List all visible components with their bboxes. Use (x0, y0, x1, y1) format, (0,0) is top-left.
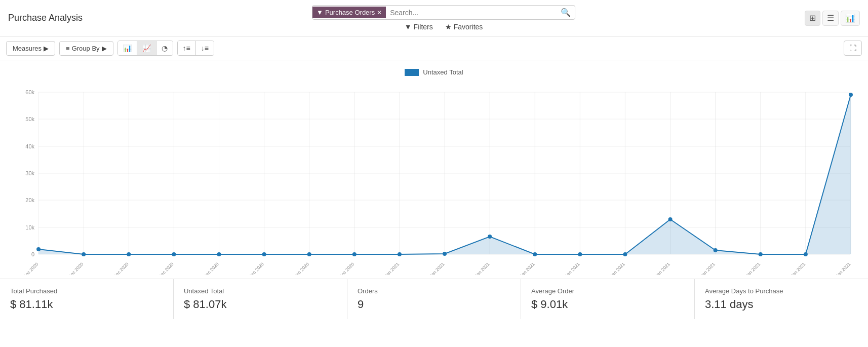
svg-text:02 Jan 2021: 02 Jan 2021 (424, 261, 445, 275)
filter-tag: ▼ Purchase Orders ✕ (312, 7, 386, 18)
bar-chart-button[interactable]: 📊 (118, 41, 137, 55)
stat-total-purchased: Total Purchased $ 81.11k (0, 279, 174, 319)
group-by-chevron-icon: ▶ (102, 45, 107, 52)
favorites-label: Favorites (454, 23, 483, 31)
chart-legend: Untaxed Total (8, 68, 860, 76)
group-by-label: Group By (72, 45, 100, 52)
sort-asc-button[interactable]: ↑≡ (178, 41, 196, 55)
filter-tag-label: Purchase Orders (325, 9, 375, 16)
legend-color-swatch (405, 69, 419, 76)
stat-average-order-label: Average Order (531, 287, 684, 295)
svg-text:07 Jan 2021: 07 Jan 2021 (650, 261, 671, 275)
stat-avg-days-label: Average Days to Purchase (705, 287, 858, 295)
filter-icon: ▼ (317, 9, 323, 16)
stat-avg-days: Average Days to Purchase 3.11 days (695, 279, 868, 319)
filter-row: ▼ Filters ★ Favorites (405, 23, 483, 31)
svg-text:05 Jan 2021: 05 Jan 2021 (560, 261, 581, 275)
line-chart-button[interactable]: 📈 (137, 41, 156, 55)
group-by-button[interactable]: ≡ Group By ▶ (59, 41, 113, 56)
svg-text:31 Dec 2020: 31 Dec 2020 (333, 261, 355, 275)
favorites-button[interactable]: ★ Favorites (445, 23, 483, 31)
list-icon: ≡ (66, 45, 70, 52)
stat-untaxed-total-value: $ 81.07k (184, 298, 337, 311)
expand-button[interactable]: ⛶ (844, 41, 862, 56)
data-point-13 (623, 252, 627, 256)
data-point-1 (82, 252, 86, 256)
data-point-10 (488, 235, 492, 239)
pie-chart-button[interactable]: ◔ (156, 41, 173, 55)
svg-text:60k: 60k (25, 89, 34, 95)
stat-orders-label: Orders (358, 287, 510, 295)
svg-text:30k: 30k (25, 170, 34, 176)
legend-label: Untaxed Total (423, 68, 463, 76)
sort-group: ↑≡ ↓≡ (177, 41, 214, 56)
svg-text:50k: 50k (25, 116, 34, 122)
chart-svg: 60k 50k 40k 30k 20k 10k 0 (8, 82, 860, 275)
svg-text:30 Dec 2020: 30 Dec 2020 (288, 261, 310, 275)
data-point-6 (307, 252, 311, 256)
data-point-0 (36, 247, 41, 251)
svg-text:24 Dec 2020: 24 Dec 2020 (17, 261, 39, 275)
measures-label: Measures (13, 45, 42, 52)
stat-average-order-value: $ 9.01k (531, 298, 684, 311)
svg-text:03 Jan 2021: 03 Jan 2021 (469, 261, 490, 275)
stat-orders: Orders 9 (347, 279, 521, 319)
stat-average-order: Average Order $ 9.01k (521, 279, 695, 319)
filter-tag-close[interactable]: ✕ (377, 9, 382, 16)
data-point-4 (217, 252, 221, 256)
chart-type-group: 📊 📈 ◔ (117, 41, 173, 56)
chart-area: Untaxed Total 60k 50k 40k 30k 20 (0, 60, 868, 275)
svg-text:40k: 40k (25, 143, 34, 149)
stat-avg-days-value: 3.11 days (705, 298, 858, 311)
page-wrapper: Purchase Analysis ▼ Purchase Orders ✕ 🔍 … (0, 0, 868, 319)
data-point-12 (578, 252, 582, 256)
stat-orders-value: 9 (358, 298, 510, 311)
header: Purchase Analysis ▼ Purchase Orders ✕ 🔍 … (0, 0, 868, 36)
svg-text:06 Jan 2021: 06 Jan 2021 (605, 261, 626, 275)
data-point-5 (262, 252, 266, 256)
page-title: Purchase Analysis (8, 13, 83, 23)
search-input[interactable] (386, 7, 557, 19)
svg-text:01 Jan 2021: 01 Jan 2021 (379, 261, 400, 275)
stat-total-purchased-label: Total Purchased (10, 287, 163, 295)
search-button[interactable]: 🔍 (557, 6, 575, 19)
filters-button[interactable]: ▼ Filters (405, 23, 433, 31)
svg-text:09 Jan 2021: 09 Jan 2021 (740, 261, 761, 275)
data-point-17 (804, 252, 808, 256)
filters-label: Filters (414, 23, 433, 31)
svg-text:27 Dec 2020: 27 Dec 2020 (153, 261, 175, 275)
data-point-11 (533, 252, 537, 256)
stat-untaxed-total: Untaxed Total $ 81.07k (174, 279, 347, 319)
star-icon: ★ (445, 23, 452, 31)
svg-text:04 Jan 2021: 04 Jan 2021 (515, 261, 536, 275)
measures-button[interactable]: Measures ▶ (6, 41, 55, 56)
filter-funnel-icon: ▼ (405, 23, 412, 31)
chart-view-button[interactable]: 📊 (841, 11, 860, 26)
header-center: ▼ Purchase Orders ✕ 🔍 ▼ Filters ★ Favori… (312, 5, 575, 31)
search-bar: ▼ Purchase Orders ✕ 🔍 (312, 5, 575, 20)
stat-untaxed-total-label: Untaxed Total (184, 287, 337, 295)
list-view-button[interactable]: ☰ (822, 11, 839, 26)
data-point-16 (759, 252, 763, 256)
data-point-15 (714, 248, 718, 252)
svg-text:26 Dec 2020: 26 Dec 2020 (108, 261, 130, 275)
svg-text:0: 0 (31, 251, 34, 257)
data-point-7 (352, 252, 357, 256)
svg-text:11 Jan 2021: 11 Jan 2021 (830, 261, 851, 275)
svg-text:25 Dec 2020: 25 Dec 2020 (62, 261, 84, 275)
sort-desc-button[interactable]: ↓≡ (196, 41, 214, 55)
data-point-14 (668, 217, 673, 221)
svg-text:28 Dec 2020: 28 Dec 2020 (198, 261, 220, 275)
toolbar: Measures ▶ ≡ Group By ▶ 📊 📈 ◔ ↑≡ ↓≡ ⛶ (0, 36, 868, 60)
data-point-18 (849, 93, 853, 97)
data-point-8 (398, 252, 402, 256)
view-switcher: ⊞ ☰ 📊 (805, 11, 860, 26)
svg-text:08 Jan 2021: 08 Jan 2021 (695, 261, 716, 275)
pivot-view-button[interactable]: ⊞ (805, 11, 820, 26)
svg-text:10k: 10k (25, 224, 34, 230)
data-point-2 (127, 252, 131, 256)
svg-text:20k: 20k (25, 197, 34, 203)
chart-container: 60k 50k 40k 30k 20k 10k 0 (8, 82, 860, 275)
stats-footer: Total Purchased $ 81.11k Untaxed Total $… (0, 279, 868, 319)
stat-total-purchased-value: $ 81.11k (10, 298, 163, 311)
